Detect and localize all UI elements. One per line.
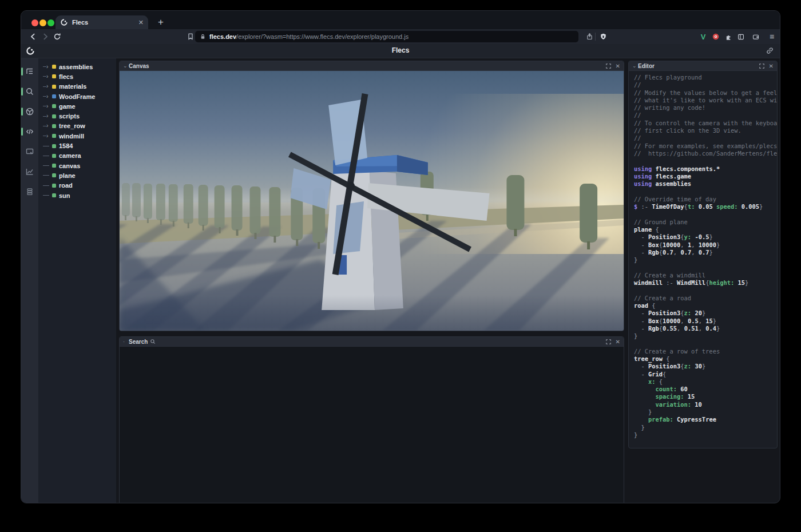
red-extension-icon[interactable]	[711, 31, 721, 42]
tree-item-tree_row[interactable]: ›tree_row	[38, 121, 116, 131]
close-icon[interactable]: ✕	[616, 339, 620, 345]
close-icon[interactable]: ✕	[616, 63, 620, 69]
code-line: // Override time of day	[634, 196, 777, 203]
entity-color-swatch	[52, 94, 56, 98]
reload-button[interactable]	[52, 31, 62, 42]
tree-item-windmill[interactable]: ›windmill	[38, 131, 116, 141]
rail-entity-tree-icon[interactable]	[21, 65, 38, 78]
tree-item-scripts[interactable]: ›scripts	[38, 111, 116, 121]
expand-arrow-icon[interactable]: ›	[43, 121, 50, 131]
expand-arrow-icon[interactable]: ›	[43, 82, 50, 92]
code-line: - Box{10000, 1, 10000}	[634, 241, 777, 249]
tree-item-label: sun	[59, 192, 70, 199]
tree-item-WoodFrame[interactable]: ›WoodFrame	[38, 92, 116, 101]
tree-item-label: 1584	[59, 142, 73, 149]
code-line: - Position3{z: 30}	[634, 363, 777, 370]
fullscreen-icon[interactable]	[606, 339, 611, 344]
rail-search-icon[interactable]	[21, 85, 38, 98]
traffic-light-minimize[interactable]	[39, 19, 46, 26]
rail-code-icon[interactable]	[21, 125, 38, 138]
flecs-page-header: Flecs	[21, 44, 780, 58]
leaf-dash-icon	[43, 181, 50, 190]
leaf-dash-icon	[43, 151, 50, 161]
collapse-chevron-icon[interactable]: ⌄	[632, 63, 638, 68]
code-line: // Flecs playground	[634, 74, 777, 81]
code-line: spacing: 15	[634, 393, 777, 400]
traffic-light-close[interactable]	[31, 19, 38, 26]
tab-close-icon[interactable]: ✕	[138, 19, 144, 26]
tree-item-1584[interactable]: 1584	[38, 141, 116, 150]
wallet-icon[interactable]	[751, 31, 761, 42]
sidebar-toggle-icon[interactable]	[736, 31, 746, 42]
tree-item-flecs[interactable]: ›flecs	[38, 72, 116, 81]
browser-toolbar: flecs.dev/explorer/?wasm=https://www.fle…	[21, 29, 780, 44]
rail-stats-icon[interactable]	[21, 165, 38, 178]
entity-color-swatch	[52, 114, 56, 118]
code-line: // what it's like to work with an ECS wi…	[634, 97, 777, 104]
code-line: // Ground plane	[634, 219, 777, 226]
entity-color-swatch	[52, 85, 56, 89]
expand-arrow-icon[interactable]: ›	[43, 112, 50, 121]
close-icon[interactable]: ✕	[769, 63, 774, 69]
editor-panel-title: Editor	[638, 63, 655, 69]
expand-arrow-icon[interactable]: ›	[43, 131, 50, 141]
vue-devtools-extension-icon[interactable]: V	[698, 31, 708, 42]
tree-item-label: flecs	[59, 73, 73, 80]
new-tab-button[interactable]: +	[154, 15, 168, 29]
tree-item-assemblies[interactable]: ›assemblies	[38, 62, 116, 72]
editor-panel-header[interactable]: ⌄ Editor ✕	[629, 61, 777, 71]
collapsed-dot-icon[interactable]: ·	[123, 339, 129, 344]
forward-button[interactable]	[40, 31, 50, 42]
tree-item-game[interactable]: ›game	[38, 101, 116, 111]
canvas-3d-scene[interactable]	[120, 71, 624, 331]
expand-arrow-icon[interactable]: ›	[43, 62, 50, 72]
code-line: // writing any code!	[634, 104, 777, 112]
url-bar[interactable]: flecs.dev/explorer/?wasm=https://www.fle…	[195, 31, 578, 42]
expand-arrow-icon[interactable]: ›	[43, 92, 50, 101]
entity-color-swatch	[52, 65, 56, 69]
code-line: // To control the camera with the keyboa…	[634, 120, 777, 127]
tree-item-label: game	[59, 103, 76, 110]
share-link-icon[interactable]	[766, 46, 774, 55]
traffic-light-zoom[interactable]	[47, 19, 54, 26]
browser-tab[interactable]: Flecs ✕	[55, 15, 148, 29]
code-line: using flecs.components.*	[634, 165, 777, 173]
tree-item-materials[interactable]: ›materials	[38, 82, 116, 92]
fullscreen-icon[interactable]	[606, 63, 611, 69]
rail-scene-icon[interactable]	[21, 105, 38, 118]
page-body: ›assemblies›flecs›materials›WoodFrame›ga…	[21, 58, 780, 503]
search-panel-header[interactable]: · Search ✕	[120, 337, 624, 347]
tree-item-camera[interactable]: camera	[38, 151, 116, 161]
bookmark-icon[interactable]	[185, 31, 196, 42]
code-line: using flecs.game	[634, 173, 777, 180]
canvas-panel-header[interactable]: ⌄ Canvas ✕	[120, 61, 624, 71]
browser-window: Flecs ✕ + flecs.dev/explorer/?wasm=https…	[21, 10, 780, 503]
code-line: tree_row {	[634, 355, 777, 363]
back-button[interactable]	[28, 31, 38, 42]
tree-item-label: road	[59, 182, 73, 189]
entity-color-swatch	[52, 104, 56, 108]
fullscreen-icon[interactable]	[759, 63, 764, 69]
expand-arrow-icon[interactable]: ›	[43, 72, 50, 81]
code-line: }	[634, 408, 777, 416]
rail-logs-icon[interactable]	[21, 185, 38, 198]
code-line: // Modify the values below to get a feel…	[634, 89, 777, 97]
expand-arrow-icon[interactable]: ›	[43, 101, 50, 111]
code-line: using assemblies	[634, 180, 777, 188]
brave-shield-icon[interactable]	[598, 31, 608, 42]
tree-item-canvas[interactable]: canvas	[38, 161, 116, 170]
code-line: x: {	[634, 378, 777, 386]
url-path: /explorer/?wasm=https://www.flecs.dev/ex…	[236, 33, 409, 40]
share-icon[interactable]	[584, 31, 594, 42]
browser-menu-button[interactable]: ≡	[767, 31, 777, 42]
rail-inspector-icon[interactable]	[21, 145, 38, 158]
leaf-dash-icon	[43, 141, 50, 151]
code-line: windmill :- WindMill{height: 15}	[634, 279, 777, 287]
entity-color-swatch	[52, 74, 56, 78]
extensions-puzzle-icon[interactable]	[723, 31, 733, 42]
tree-item-plane[interactable]: plane	[38, 170, 116, 180]
tree-item-road[interactable]: road	[38, 181, 116, 190]
collapse-chevron-icon[interactable]: ⌄	[123, 63, 129, 68]
code-area[interactable]: // Flecs playground//// Modify the value…	[629, 71, 777, 448]
tree-item-sun[interactable]: sun	[38, 190, 116, 200]
